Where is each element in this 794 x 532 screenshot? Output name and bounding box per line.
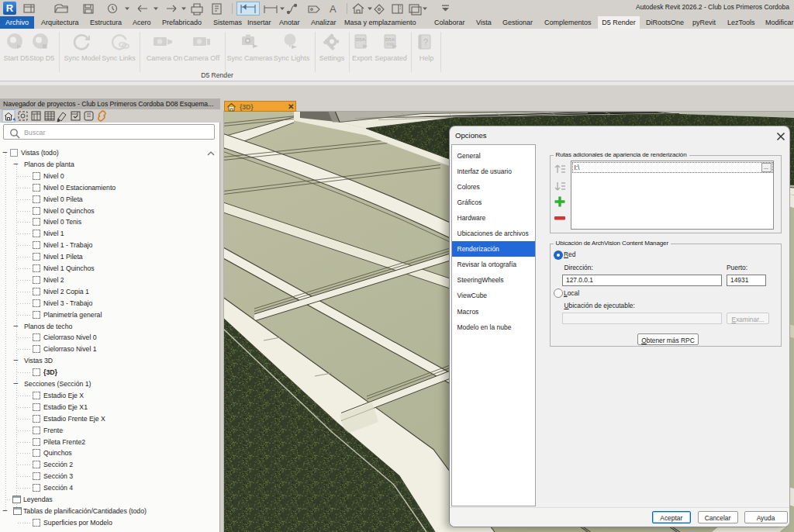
svg-text:A: A: [330, 3, 337, 15]
svg-text:D5A: D5A: [356, 37, 366, 42]
svg-text:R: R: [6, 2, 14, 14]
svg-text:?: ?: [423, 37, 428, 47]
svg-text:D5A: D5A: [385, 37, 395, 42]
